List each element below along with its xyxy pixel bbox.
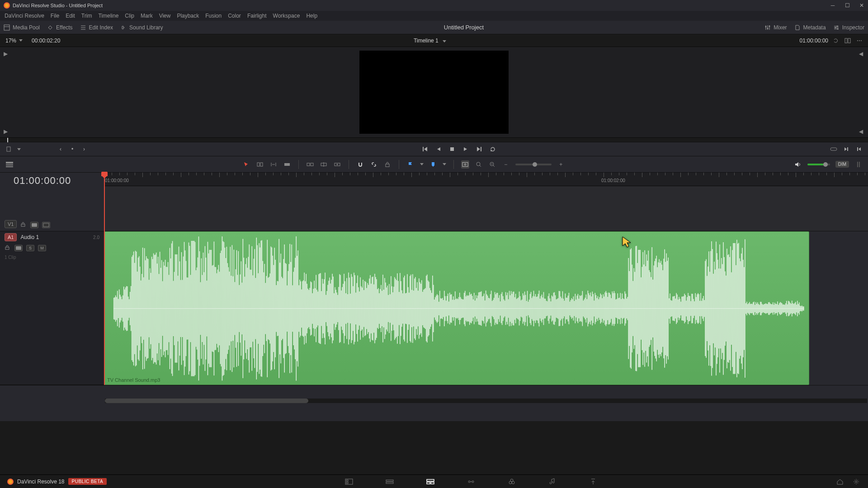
transport-next-edit[interactable] bbox=[843, 145, 850, 153]
deliver-page[interactable] bbox=[589, 477, 598, 486]
viewer-expand-right-bot[interactable]: ◀ bbox=[859, 128, 864, 134]
scrubber-playhead[interactable] bbox=[7, 138, 8, 142]
chevron-down-icon[interactable] bbox=[443, 163, 446, 165]
maximize-button[interactable]: ☐ bbox=[844, 3, 850, 8]
effects-toggle[interactable]: Effects bbox=[47, 24, 72, 31]
track-solo-button[interactable]: S bbox=[26, 245, 34, 251]
media-pool-toggle[interactable]: Media Pool bbox=[4, 24, 40, 31]
blade-tool[interactable] bbox=[283, 160, 291, 169]
viewer-timecode-left[interactable]: 00:00:02:20 bbox=[32, 38, 60, 44]
detail-zoom[interactable] bbox=[475, 160, 483, 169]
fairlight-page[interactable] bbox=[548, 477, 557, 486]
menu-edit[interactable]: Edit bbox=[66, 13, 75, 19]
fusion-page[interactable] bbox=[467, 477, 476, 486]
insert-clip[interactable] bbox=[306, 160, 314, 169]
timeline-scrollbar[interactable] bbox=[105, 399, 867, 403]
menu-clip[interactable]: Clip bbox=[125, 13, 134, 19]
menu-playback[interactable]: Playback bbox=[177, 13, 199, 19]
timeline-name-selector[interactable]: Timeline 1 bbox=[60, 38, 799, 44]
menu-trim[interactable]: Trim bbox=[81, 13, 92, 19]
viewer-timecode-right[interactable]: 01:00:00:00 bbox=[800, 38, 828, 44]
mixer-toggle[interactable]: Mixer bbox=[764, 24, 787, 31]
loop-button[interactable] bbox=[489, 145, 496, 153]
audio-clip[interactable]: TV Channel Sound.mp3 bbox=[104, 231, 809, 385]
zoom-to-fit[interactable] bbox=[461, 160, 469, 169]
track-arm-record[interactable] bbox=[14, 245, 23, 251]
color-page[interactable] bbox=[507, 477, 516, 486]
zoom-slider-knob[interactable] bbox=[533, 162, 537, 167]
track-lock-icon[interactable] bbox=[5, 245, 11, 251]
viewer-scrubber[interactable] bbox=[0, 137, 868, 142]
trim-tool[interactable] bbox=[256, 160, 264, 169]
inspector-toggle[interactable]: Inspector bbox=[833, 24, 864, 31]
step-back-button[interactable] bbox=[435, 145, 442, 153]
timeline-timecode[interactable]: 01:00:00:00 bbox=[14, 175, 71, 187]
stop-button[interactable] bbox=[448, 145, 456, 153]
track-mute-button[interactable]: M bbox=[38, 245, 46, 251]
viewer-options-icon[interactable] bbox=[856, 38, 863, 44]
video-lane[interactable] bbox=[104, 186, 868, 231]
track-lock-icon[interactable] bbox=[20, 222, 27, 228]
settings-button[interactable] bbox=[852, 477, 861, 486]
menu-view[interactable]: View bbox=[159, 13, 171, 19]
chevron-down-icon[interactable] bbox=[17, 148, 21, 150]
track-disable[interactable] bbox=[42, 222, 50, 228]
selection-tool[interactable] bbox=[242, 160, 250, 169]
snapping-toggle[interactable] bbox=[356, 160, 364, 169]
mute-toggle[interactable] bbox=[794, 160, 802, 169]
play-button[interactable] bbox=[462, 145, 469, 153]
zoom-out[interactable]: − bbox=[502, 160, 510, 169]
menu-fairlight[interactable]: Fairlight bbox=[247, 13, 267, 19]
transport-next-dot[interactable]: › bbox=[80, 145, 88, 153]
playhead-handle[interactable] bbox=[101, 172, 108, 176]
home-button[interactable] bbox=[835, 477, 844, 486]
link-toggle[interactable] bbox=[370, 160, 378, 169]
edit-index-toggle[interactable]: Edit Index bbox=[80, 24, 113, 31]
lock-toggle[interactable] bbox=[383, 160, 392, 169]
edit-page[interactable] bbox=[426, 477, 435, 486]
viewer-expand-left-bot[interactable]: ▶ bbox=[4, 128, 9, 134]
video-track-badge[interactable]: V1 bbox=[5, 220, 17, 228]
minimize-button[interactable]: ─ bbox=[830, 3, 835, 8]
menu-file[interactable]: File bbox=[51, 13, 59, 19]
scrollbar-thumb[interactable] bbox=[105, 399, 308, 403]
sound-library-toggle[interactable]: Sound Library bbox=[120, 24, 163, 31]
volume-slider[interactable] bbox=[807, 164, 830, 165]
replace-clip[interactable] bbox=[333, 160, 341, 169]
transport-match-frame[interactable] bbox=[855, 145, 863, 153]
audio-track-badge[interactable]: A1 bbox=[5, 233, 17, 241]
volume-slider-knob[interactable] bbox=[823, 162, 828, 167]
chevron-down-icon[interactable] bbox=[420, 163, 424, 165]
viewer-zoom[interactable]: 17% bbox=[5, 38, 23, 44]
go-to-start-button[interactable] bbox=[421, 145, 429, 153]
media-page[interactable] bbox=[344, 477, 354, 486]
zoom-in[interactable]: + bbox=[557, 160, 565, 169]
menu-workspace[interactable]: Workspace bbox=[273, 13, 300, 19]
transport-range-icon[interactable] bbox=[830, 145, 837, 153]
transport-dot[interactable]: • bbox=[69, 145, 76, 153]
close-button[interactable]: ✕ bbox=[859, 3, 864, 8]
menu-help[interactable]: Help bbox=[306, 13, 317, 19]
viewer-split-icon[interactable] bbox=[844, 38, 851, 44]
track-auto-select[interactable] bbox=[30, 222, 38, 228]
audio-meter-toggle[interactable] bbox=[854, 160, 863, 169]
timeline-view-options[interactable] bbox=[5, 160, 14, 169]
flag-dropdown[interactable] bbox=[406, 160, 415, 169]
viewer-expand-left-top[interactable]: ▶ bbox=[4, 51, 9, 56]
metadata-toggle[interactable]: Metadata bbox=[794, 24, 826, 31]
menu-timeline[interactable]: Timeline bbox=[98, 13, 118, 19]
go-to-end-button[interactable] bbox=[476, 145, 483, 153]
viewer-loop-icon[interactable] bbox=[833, 38, 839, 44]
overwrite-clip[interactable] bbox=[320, 160, 328, 169]
dim-button[interactable]: DIM bbox=[835, 161, 849, 168]
timeline-ruler[interactable]: 01:00:00:00 01:00:02:00 bbox=[104, 173, 868, 186]
transport-marker-dropdown[interactable] bbox=[5, 145, 13, 153]
menu-fusion[interactable]: Fusion bbox=[205, 13, 222, 19]
menu-davinci[interactable]: DaVinci Resolve bbox=[5, 13, 44, 19]
dynamic-trim-tool[interactable] bbox=[269, 160, 278, 169]
menu-mark[interactable]: Mark bbox=[141, 13, 153, 19]
marker-dropdown[interactable] bbox=[429, 160, 437, 169]
playhead[interactable] bbox=[104, 173, 105, 385]
viewer-expand-right-top[interactable]: ◀ bbox=[859, 51, 864, 56]
cut-page[interactable] bbox=[385, 477, 394, 486]
